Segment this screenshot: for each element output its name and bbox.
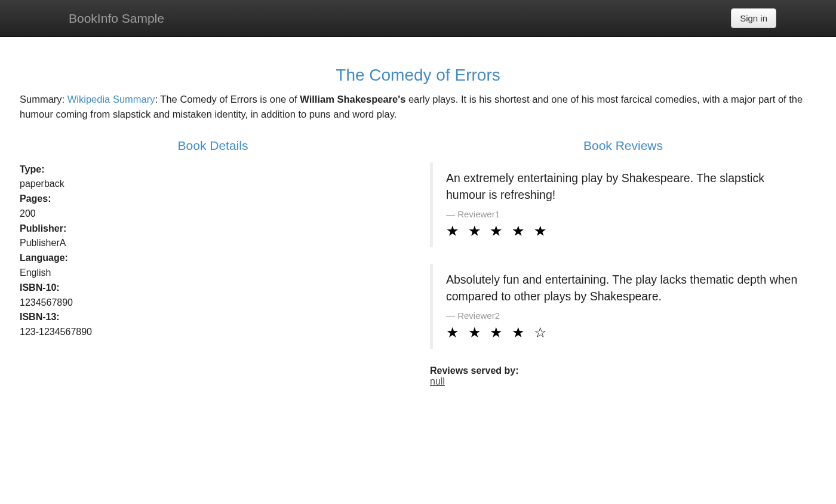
review-stars: ★ ★ ★ ★ ☆	[446, 324, 803, 342]
detail-label: Type:	[20, 162, 406, 177]
detail-label: Pages:	[20, 192, 406, 207]
detail-value: 1234567890	[20, 296, 406, 311]
page-title: The Comedy of Errors	[20, 66, 816, 85]
detail-value: 123-1234567890	[20, 325, 406, 340]
detail-label: Publisher:	[20, 222, 406, 236]
detail-label: ISBN-13:	[20, 310, 406, 325]
served-value: null	[430, 376, 816, 387]
detail-label: ISBN-10:	[20, 281, 406, 296]
review-text: Absolutely fun and entertaining. The pla…	[446, 271, 803, 305]
review-author: Reviewer2	[446, 311, 803, 321]
review-stars: ★ ★ ★ ★ ★	[446, 223, 803, 240]
review-block: An extremely entertaining play by Shakes…	[430, 162, 816, 247]
main-container: The Comedy of Errors Summary: Wikipedia …	[9, 66, 827, 387]
detail-value: PublisherA	[20, 236, 406, 251]
summary-pre-bold: The Comedy of Errors is one of	[160, 94, 300, 105]
detail-value: English	[20, 266, 406, 281]
reviews-heading: Book Reviews	[430, 139, 816, 153]
reviews-served: Reviews served by: null	[430, 365, 816, 387]
served-value-text: null	[430, 376, 445, 386]
detail-label: Language:	[20, 251, 406, 266]
served-label: Reviews served by:	[430, 365, 816, 376]
summary-prefix: Summary:	[20, 94, 67, 105]
review-author: Reviewer1	[446, 209, 803, 219]
columns-row: Book Details Type: paperback Pages: 200 …	[20, 139, 816, 388]
details-list: Type: paperback Pages: 200 Publisher: Pu…	[20, 162, 406, 340]
signin-button[interactable]: Sign in	[731, 8, 776, 28]
review-block: Absolutely fun and entertaining. The pla…	[430, 264, 816, 349]
navbar-brand[interactable]: BookInfo Sample	[69, 11, 164, 26]
navbar: BookInfo Sample Sign in	[0, 0, 836, 37]
details-heading: Book Details	[20, 139, 406, 153]
details-column: Book Details Type: paperback Pages: 200 …	[20, 139, 406, 388]
summary-paragraph: Summary: Wikipedia Summary: The Comedy o…	[20, 92, 816, 122]
detail-value: 200	[20, 207, 406, 222]
reviews-column: Book Reviews An extremely entertaining p…	[430, 139, 816, 388]
summary-bold: William Shakespeare's	[300, 94, 405, 105]
detail-value: paperback	[20, 177, 406, 192]
review-text: An extremely entertaining play by Shakes…	[446, 170, 803, 204]
wikipedia-summary-link[interactable]: Wikipedia Summary	[67, 94, 155, 105]
